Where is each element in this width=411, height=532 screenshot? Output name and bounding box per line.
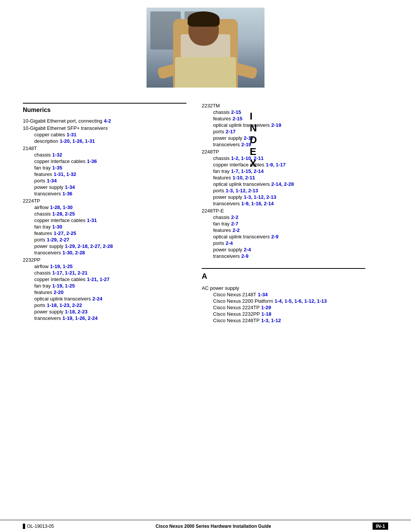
page-ref[interactable]: 1-31, 1-32	[54, 171, 76, 177]
entry-sub: transceivers 1-36	[23, 191, 186, 197]
entry-sub: features 1-31, 1-32	[23, 171, 186, 177]
entry-text: Cisco Nexus 2232PP	[213, 311, 260, 317]
page-ref[interactable]: 1-19, 1-25	[52, 283, 75, 289]
page-ref[interactable]: 2-19	[271, 122, 281, 128]
entry-sub: ports 1-29, 2-27	[23, 237, 186, 243]
entry-text: optical uplink transceivers	[213, 122, 270, 128]
section-a: A AC power supply Cisco Nexus 2148T 1-34…	[202, 268, 365, 323]
page-ref[interactable]: 2-7	[231, 221, 238, 227]
page-ref[interactable]: 2-15	[231, 109, 241, 115]
entry-sub: copper interface cables 1-31	[23, 217, 186, 223]
page-ref[interactable]: 1-29, 2-27	[47, 237, 69, 243]
page-ref[interactable]: 1-18, 1-23, 2-22	[47, 302, 82, 308]
page-ref[interactable]: 2-4	[244, 247, 251, 252]
entry-sub: optical uplink transceivers 2-14, 2-28	[202, 181, 365, 187]
page-ref[interactable]: 1-9, 1-17	[266, 162, 285, 168]
page-ref[interactable]: 1-28, 1-30	[50, 204, 73, 210]
entry-sub: power supply 1-34	[23, 184, 186, 190]
list-item: 2232PP airflow 1-19, 1-25 chassis 1-17, …	[23, 257, 186, 321]
entry-category: 2148T	[23, 145, 186, 151]
entry-text: power supply	[34, 184, 64, 190]
page-ref[interactable]: 1-3, 1-12, 2-13	[226, 188, 258, 193]
page-ref[interactable]: 1-27, 2-25	[54, 230, 76, 236]
entry-sub: fan tray 1-19, 1-25	[23, 283, 186, 289]
entry-main: 10-Gigabit Ethernet SFP+ transceivers	[23, 125, 186, 131]
page-ref[interactable]: 4-2	[104, 118, 111, 124]
page-ref[interactable]: 1-21, 1-27	[87, 276, 109, 282]
entry-text: 10-Gigabit Ethernet port, connecting	[23, 118, 102, 124]
page-ref[interactable]: 1-32	[52, 152, 62, 158]
page-ref[interactable]: 1-19, 1-26, 2-24	[62, 315, 98, 321]
entry-text: ports	[213, 240, 224, 246]
entry-text: copper interface cables	[34, 276, 85, 282]
page-ref[interactable]: 1-35	[52, 165, 62, 171]
page-ref[interactable]: 1-36	[87, 158, 97, 164]
page-ref[interactable]: 2-4	[226, 240, 233, 246]
entry-sub: Cisco Nexus 2248TP 1-3, 1-12	[202, 318, 365, 323]
entry-text: Cisco Nexus 2200 Platform	[213, 298, 273, 304]
page-ref[interactable]: 1-19, 1-25	[50, 264, 73, 269]
page-ref[interactable]: 1-10, 2-11	[233, 175, 255, 181]
entry-text: copper cables	[34, 132, 65, 137]
hero-image	[147, 8, 264, 88]
page-ref[interactable]: 1-3, 1-12	[261, 318, 281, 323]
category-text: 2248TP-E	[202, 208, 224, 214]
entry-text: power supply	[213, 194, 242, 200]
page-ref[interactable]: 2-20	[54, 289, 64, 295]
page-ref[interactable]: 2-9	[241, 253, 249, 259]
page-ref[interactable]: 1-29	[261, 305, 271, 310]
entry-sub: transceivers 1-30, 2-28	[23, 250, 186, 256]
entry-text: description	[34, 138, 58, 144]
entry-sub: description 1-20, 1-26, 1-31	[23, 138, 186, 144]
list-item: 10-Gigabit Ethernet port, connecting 4-2	[23, 118, 186, 124]
page-ref[interactable]: 1-31	[87, 217, 97, 223]
page-ref[interactable]: 1-30	[52, 224, 62, 230]
entry-text: Cisco Nexus 2248TP	[213, 318, 260, 323]
entry-sub: copper interface cables 1-36	[23, 158, 186, 164]
entry-sub: Cisco Nexus 2232PP 1-18	[202, 311, 365, 317]
page-ref[interactable]: 1-34	[47, 178, 57, 184]
page-ref[interactable]: 2-2	[233, 227, 240, 233]
entry-sub: copper interface cables 1-21, 1-27	[23, 276, 186, 282]
page-ref[interactable]: 1-29, 2-18, 2-27, 2-28	[65, 243, 113, 249]
list-item: 2148T chassis 1-32 copper interface cabl…	[23, 145, 186, 197]
entry-text: power supply	[34, 243, 64, 249]
page-ref[interactable]: 1-20, 1-26, 1-31	[60, 138, 95, 144]
entry-sub: features 1-10, 2-11	[202, 175, 365, 181]
page-ref[interactable]: 1-30, 2-28	[62, 250, 85, 256]
entry-text: chassis	[34, 211, 51, 217]
list-item: AC power supply Cisco Nexus 2148T 1-34 C…	[202, 285, 365, 323]
page-ref[interactable]: 1-36	[62, 191, 72, 197]
category-text: 2232PP	[23, 257, 40, 263]
entry-text: ports	[213, 129, 224, 134]
entry-text: Cisco Nexus 2148T	[213, 292, 256, 297]
page-ref[interactable]: 2-17	[226, 129, 236, 134]
page-ref[interactable]: 1-9, 1-16, 2-14	[241, 201, 274, 206]
entry-text: ports	[34, 302, 45, 308]
entry-text: ports	[34, 237, 45, 243]
page-ref[interactable]: 1-18, 2-23	[65, 309, 88, 315]
entry-sub: chassis 2-15	[202, 109, 365, 115]
page-ref[interactable]: 1-18	[261, 311, 271, 317]
entry-sub: transceivers 1-9, 1-16, 2-14	[202, 201, 365, 206]
page-ref[interactable]: 2-14, 2-28	[271, 181, 294, 187]
entry-text: fan tray	[34, 224, 51, 230]
entry-sub: optical uplink transceivers 2-9	[202, 234, 365, 240]
entry-sub: features 2-15	[202, 116, 365, 121]
page-ref[interactable]: 1-28, 2-25	[52, 211, 75, 217]
list-item: 2224TP airflow 1-28, 1-30 chassis 1-28, …	[23, 198, 186, 256]
page-ref[interactable]: 1-3, 1-12, 2-13	[244, 194, 276, 200]
page-ref[interactable]: 2-15	[233, 116, 242, 121]
page-ref[interactable]: 2-9	[271, 234, 279, 240]
page-ref[interactable]: 1-17, 1-21, 2-21	[52, 270, 88, 276]
page-ref[interactable]: 2-2	[231, 214, 238, 220]
page-ref[interactable]: 1-4, 1-5, 1-6, 1-12, 1-13	[275, 298, 327, 304]
page-ref[interactable]: 1-34	[258, 292, 268, 297]
page-ref[interactable]: 1-31	[67, 132, 76, 137]
page-ref[interactable]: 2-24	[92, 296, 102, 302]
entry-text: copper interface cables	[34, 158, 85, 164]
entry-sub: chassis 1-28, 2-25	[23, 211, 186, 217]
entry-sub: transceivers 2-9	[202, 253, 365, 259]
entry-text: airflow	[34, 204, 49, 210]
page-ref[interactable]: 1-34	[65, 184, 75, 190]
